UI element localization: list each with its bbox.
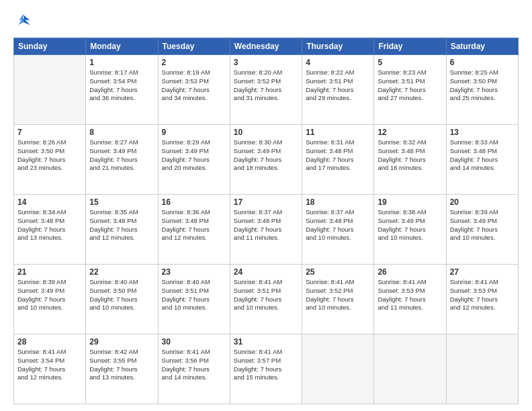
weekday-header-thursday: Thursday — [302, 38, 374, 55]
day-number: 30 — [162, 337, 226, 347]
calendar-cell: 19Sunrise: 8:38 AMSunset: 3:49 PMDayligh… — [374, 195, 446, 265]
day-number: 25 — [306, 267, 370, 277]
day-number: 7 — [17, 128, 82, 137]
calendar-cell: 30Sunrise: 8:41 AMSunset: 3:56 PMDayligh… — [158, 334, 230, 404]
header — [13, 12, 519, 31]
day-number: 18 — [306, 197, 370, 207]
day-info: Sunrise: 8:42 AMSunset: 3:55 PMDaylight:… — [89, 348, 154, 382]
calendar-cell: 18Sunrise: 8:37 AMSunset: 3:48 PMDayligh… — [302, 195, 374, 265]
day-number: 9 — [162, 128, 226, 137]
calendar-cell: 1Sunrise: 8:17 AMSunset: 3:54 PMDaylight… — [86, 55, 158, 125]
day-number: 5 — [378, 58, 442, 67]
calendar-cell: 2Sunrise: 8:19 AMSunset: 3:53 PMDaylight… — [158, 55, 230, 125]
day-number: 6 — [450, 58, 515, 67]
page: SundayMondayTuesdayWednesdayThursdayFrid… — [0, 0, 532, 411]
logo — [13, 12, 35, 31]
day-number: 13 — [450, 128, 515, 137]
calendar-cell — [14, 55, 86, 125]
calendar-cell: 23Sunrise: 8:40 AMSunset: 3:51 PMDayligh… — [158, 265, 230, 334]
day-info: Sunrise: 8:31 AMSunset: 3:48 PMDaylight:… — [306, 138, 370, 173]
day-info: Sunrise: 8:41 AMSunset: 3:51 PMDaylight:… — [234, 278, 298, 312]
calendar-cell: 15Sunrise: 8:35 AMSunset: 3:48 PMDayligh… — [86, 195, 158, 265]
day-number: 23 — [162, 267, 226, 277]
calendar-cell: 11Sunrise: 8:31 AMSunset: 3:48 PMDayligh… — [302, 125, 374, 195]
svg-marker-1 — [18, 15, 24, 26]
calendar-cell: 22Sunrise: 8:40 AMSunset: 3:50 PMDayligh… — [86, 265, 158, 334]
calendar-cell: 31Sunrise: 8:41 AMSunset: 3:57 PMDayligh… — [230, 334, 302, 404]
day-info: Sunrise: 8:36 AMSunset: 3:48 PMDaylight:… — [162, 208, 226, 242]
day-number: 20 — [450, 197, 515, 207]
day-number: 19 — [378, 197, 442, 207]
day-info: Sunrise: 8:41 AMSunset: 3:52 PMDaylight:… — [306, 278, 370, 312]
calendar-cell: 4Sunrise: 8:22 AMSunset: 3:51 PMDaylight… — [302, 55, 374, 125]
calendar-cell — [446, 334, 518, 404]
day-info: Sunrise: 8:41 AMSunset: 3:53 PMDaylight:… — [450, 278, 515, 312]
calendar-cell: 25Sunrise: 8:41 AMSunset: 3:52 PMDayligh… — [302, 265, 374, 334]
day-info: Sunrise: 8:29 AMSunset: 3:49 PMDaylight:… — [162, 138, 226, 173]
day-number: 3 — [234, 58, 298, 67]
calendar-cell: 13Sunrise: 8:33 AMSunset: 3:48 PMDayligh… — [446, 125, 518, 195]
day-number: 10 — [234, 128, 298, 137]
logo-icon — [13, 12, 32, 31]
calendar-cell: 24Sunrise: 8:41 AMSunset: 3:51 PMDayligh… — [230, 265, 302, 334]
day-info: Sunrise: 8:19 AMSunset: 3:53 PMDaylight:… — [162, 68, 226, 103]
day-info: Sunrise: 8:26 AMSunset: 3:50 PMDaylight:… — [17, 138, 82, 173]
day-info: Sunrise: 8:20 AMSunset: 3:52 PMDaylight:… — [234, 68, 298, 103]
day-info: Sunrise: 8:37 AMSunset: 3:48 PMDaylight:… — [234, 208, 298, 242]
calendar-cell: 27Sunrise: 8:41 AMSunset: 3:53 PMDayligh… — [446, 265, 518, 334]
day-info: Sunrise: 8:40 AMSunset: 3:51 PMDaylight:… — [162, 278, 226, 312]
calendar-cell: 16Sunrise: 8:36 AMSunset: 3:48 PMDayligh… — [158, 195, 230, 265]
calendar-cell: 10Sunrise: 8:30 AMSunset: 3:49 PMDayligh… — [230, 125, 302, 195]
day-number: 17 — [234, 197, 298, 207]
day-info: Sunrise: 8:22 AMSunset: 3:51 PMDaylight:… — [306, 68, 370, 103]
weekday-header-tuesday: Tuesday — [158, 38, 230, 55]
day-info: Sunrise: 8:30 AMSunset: 3:49 PMDaylight:… — [234, 138, 298, 173]
day-info: Sunrise: 8:41 AMSunset: 3:53 PMDaylight:… — [378, 278, 442, 312]
calendar-cell: 5Sunrise: 8:23 AMSunset: 3:51 PMDaylight… — [374, 55, 446, 125]
day-info: Sunrise: 8:37 AMSunset: 3:48 PMDaylight:… — [306, 208, 370, 242]
day-info: Sunrise: 8:41 AMSunset: 3:57 PMDaylight:… — [234, 348, 298, 382]
week-row-4: 28Sunrise: 8:41 AMSunset: 3:54 PMDayligh… — [14, 334, 519, 404]
week-row-0: 1Sunrise: 8:17 AMSunset: 3:54 PMDaylight… — [14, 55, 519, 125]
day-number: 16 — [162, 197, 226, 207]
week-row-2: 14Sunrise: 8:34 AMSunset: 3:48 PMDayligh… — [14, 195, 519, 265]
day-info: Sunrise: 8:35 AMSunset: 3:48 PMDaylight:… — [89, 208, 154, 242]
calendar-cell — [374, 334, 446, 404]
day-info: Sunrise: 8:39 AMSunset: 3:49 PMDaylight:… — [17, 278, 82, 312]
week-row-1: 7Sunrise: 8:26 AMSunset: 3:50 PMDaylight… — [14, 125, 519, 195]
day-info: Sunrise: 8:23 AMSunset: 3:51 PMDaylight:… — [378, 68, 442, 103]
day-number: 12 — [378, 128, 442, 137]
day-number: 26 — [378, 267, 442, 277]
day-number: 15 — [89, 197, 154, 207]
day-info: Sunrise: 8:34 AMSunset: 3:48 PMDaylight:… — [17, 208, 82, 242]
day-info: Sunrise: 8:40 AMSunset: 3:50 PMDaylight:… — [89, 278, 154, 312]
calendar-cell: 6Sunrise: 8:25 AMSunset: 3:50 PMDaylight… — [446, 55, 518, 125]
calendar-cell: 28Sunrise: 8:41 AMSunset: 3:54 PMDayligh… — [14, 334, 86, 404]
day-number: 1 — [89, 58, 154, 67]
calendar-cell: 29Sunrise: 8:42 AMSunset: 3:55 PMDayligh… — [86, 334, 158, 404]
calendar-cell: 20Sunrise: 8:39 AMSunset: 3:49 PMDayligh… — [446, 195, 518, 265]
day-info: Sunrise: 8:38 AMSunset: 3:49 PMDaylight:… — [378, 208, 442, 242]
day-number: 28 — [17, 337, 82, 347]
day-info: Sunrise: 8:39 AMSunset: 3:49 PMDaylight:… — [450, 208, 515, 242]
day-info: Sunrise: 8:27 AMSunset: 3:49 PMDaylight:… — [89, 138, 154, 173]
calendar-cell: 9Sunrise: 8:29 AMSunset: 3:49 PMDaylight… — [158, 125, 230, 195]
day-number: 11 — [306, 128, 370, 137]
day-number: 4 — [306, 58, 370, 67]
calendar-cell: 12Sunrise: 8:32 AMSunset: 3:48 PMDayligh… — [374, 125, 446, 195]
weekday-header-friday: Friday — [374, 38, 446, 55]
day-info: Sunrise: 8:17 AMSunset: 3:54 PMDaylight:… — [89, 68, 154, 103]
weekday-header-sunday: Sunday — [14, 38, 86, 55]
day-number: 24 — [234, 267, 298, 277]
day-number: 31 — [234, 337, 298, 347]
day-number: 21 — [17, 267, 82, 277]
calendar-cell: 26Sunrise: 8:41 AMSunset: 3:53 PMDayligh… — [374, 265, 446, 334]
day-info: Sunrise: 8:41 AMSunset: 3:56 PMDaylight:… — [162, 348, 226, 382]
weekday-header-monday: Monday — [86, 38, 158, 55]
calendar-cell — [302, 334, 374, 404]
day-number: 8 — [89, 128, 154, 137]
day-info: Sunrise: 8:33 AMSunset: 3:48 PMDaylight:… — [450, 138, 515, 173]
day-number: 2 — [162, 58, 226, 67]
weekday-header-wednesday: Wednesday — [230, 38, 302, 55]
calendar-table: SundayMondayTuesdayWednesdayThursdayFrid… — [13, 38, 519, 404]
